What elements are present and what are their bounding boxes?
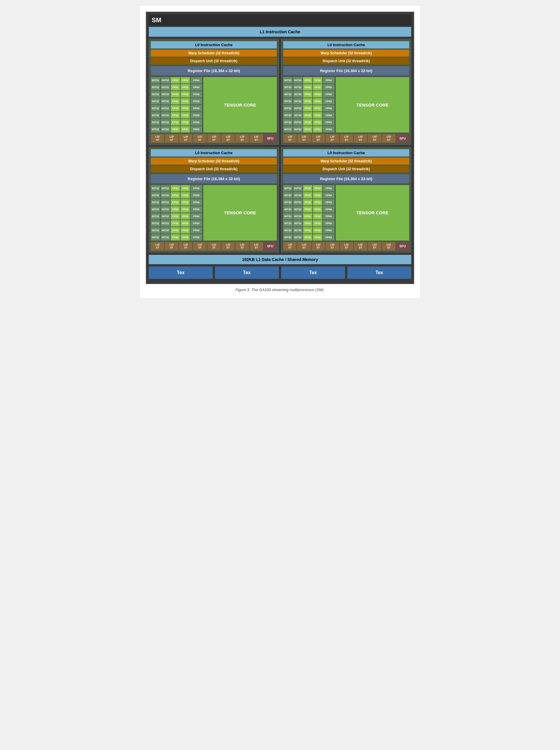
int32-cell: INT32 [293, 213, 303, 219]
quadrant-1: L0 Instruction Cache Warp Scheduler (32 … [149, 39, 279, 145]
fp32-cell: FP32 [303, 213, 312, 219]
ldst-cell: LD/ST [283, 134, 297, 143]
ldst-cell: LD/ST [207, 134, 221, 143]
q4-sfu: SFU [396, 242, 409, 251]
fp32-cell: FP32 [181, 77, 190, 83]
int32-cell: INT32 [293, 234, 303, 240]
l1-data-cache: 192KB L1 Data Cache / Shared Memory [149, 255, 411, 264]
q2-ldst-sfu-row: LD/ST LD/ST LD/ST LD/ST LD/ST LD/ST LD/S… [283, 134, 409, 143]
int32-cell: INT32 [293, 84, 303, 91]
quadrant-3: L0 Instruction Cache Warp Scheduler (32 … [149, 147, 279, 253]
q1-row-1: INT32 INT32 FP32 FP32 FP64 [151, 77, 202, 83]
q3-warp-scheduler: Warp Scheduler (32 thread/clk) [151, 158, 277, 165]
ldst-cell: LD/ST [297, 134, 311, 143]
q2-tensor-core: TENSOR CORE [336, 77, 409, 133]
fp64-cell: FP64 [323, 234, 334, 240]
ldst-cell: LD/ST [368, 242, 381, 251]
tex-row: Tex Tex Tex Tex [149, 267, 411, 279]
q1-row-8: INT32 INT32 FP32 FP32 FP64 [151, 126, 202, 133]
int32-cell: INT32 [151, 227, 160, 234]
quadrant-4: L0 Instruction Cache Warp Scheduler (32 … [281, 147, 411, 253]
fp32-cell: FP32 [171, 227, 180, 234]
int32-cell: INT32 [151, 98, 160, 104]
fp64-cell: FP64 [323, 227, 334, 234]
int32-cell: INT32 [151, 213, 160, 219]
fp64-cell: FP64 [323, 199, 334, 205]
int32-cell: INT32 [161, 185, 170, 192]
q1-row-5: INT32 INT32 FP32 FP32 FP64 [151, 105, 202, 112]
fp64-cell: FP64 [190, 206, 202, 213]
ldst-cell: LD/ST [354, 242, 367, 251]
q1-register-file: Register File (16,384 x 32-bit) [151, 66, 277, 75]
q4-tensor-core: TENSOR CORE [336, 185, 409, 240]
q4-l0-cache: L0 Instruction Cache [283, 149, 409, 157]
fp32-cell: FP32 [181, 91, 190, 98]
int32-cell: INT32 [161, 199, 170, 205]
fp64-cell: FP64 [323, 213, 334, 219]
int32-cell: INT32 [293, 227, 303, 234]
fp64-cell: FP64 [323, 206, 334, 213]
fp32-cell: FP32 [303, 206, 312, 213]
fp32-cell: FP32 [303, 227, 312, 234]
fp64-cell: FP64 [323, 91, 334, 98]
fp32-cell: FP32 [171, 105, 180, 112]
fp64-cell: FP64 [190, 185, 202, 192]
fp32-cell: FP32 [171, 119, 180, 125]
fp32-cell: FP32 [171, 84, 180, 91]
q3-tensor-core: TENSOR CORE [203, 185, 277, 240]
int32-cell: INT32 [293, 119, 303, 125]
fp64-cell: FP64 [323, 192, 334, 199]
fp64-cell: FP64 [190, 98, 202, 104]
fp32-cell: FP32 [171, 192, 180, 199]
fp32-cell: FP32 [313, 220, 322, 226]
sm-header-bar: SM [149, 15, 411, 26]
q1-row-3: INT32 INT32 FP32 FP32 FP64 [151, 91, 202, 98]
int32-cell: INT32 [293, 199, 303, 205]
q2-register-file: Register File (16,384 x 32-bit) [283, 66, 409, 75]
fp32-cell: FP32 [313, 234, 322, 240]
q4-register-file: Register File (16,384 x 32-bit) [283, 174, 409, 183]
fp64-cell: FP64 [323, 77, 334, 83]
int32-cell: INT32 [283, 234, 293, 240]
fp32-cell: FP32 [171, 206, 180, 213]
int32-cell: INT32 [151, 91, 160, 98]
int32-cell: INT32 [161, 77, 170, 83]
int32-cell: INT32 [283, 227, 293, 234]
ldst-cell: LD/ST [368, 134, 381, 143]
ldst-cell: LD/ST [221, 134, 235, 143]
int32-cell: INT32 [293, 126, 303, 133]
fp32-cell: FP32 [181, 84, 190, 91]
q4-compute-area: INT32 INT32 FP32 FP32 FP64 INT32 INT32 F… [283, 185, 409, 240]
fp64-cell: FP64 [190, 126, 202, 133]
int32-cell: INT32 [293, 112, 303, 119]
ldst-cell: LD/ST [193, 134, 207, 143]
int32-cell: INT32 [293, 192, 303, 199]
q2-int-fp-section: INT32 INT32 FP32 FP32 FP64 INT32 INT32 F… [283, 77, 334, 133]
fp32-cell: FP32 [171, 77, 180, 83]
fp32-cell: FP32 [181, 213, 190, 219]
q3-register-file: Register File (16,384 x 32-bit) [151, 174, 277, 183]
fp64-cell: FP64 [190, 105, 202, 112]
fp32-cell: FP32 [181, 112, 190, 119]
int32-cell: INT32 [283, 105, 293, 112]
q3-compute-area: INT32 INT32 FP32 FP32 FP64 INT32 INT32 F… [151, 185, 277, 240]
fp64-cell: FP64 [190, 234, 202, 240]
int32-cell: INT32 [283, 112, 293, 119]
fp32-cell: FP32 [171, 112, 180, 119]
ldst-cell: LD/ST [179, 134, 192, 143]
fp32-cell: FP32 [171, 91, 180, 98]
fp32-cell: FP32 [303, 91, 312, 98]
q1-row-6: INT32 INT32 FP32 FP32 FP64 [151, 112, 202, 119]
fp64-cell: FP64 [190, 119, 202, 125]
fp32-cell: FP32 [313, 185, 322, 192]
top-quadrants-row: L0 Instruction Cache Warp Scheduler (32 … [149, 39, 411, 145]
fp32-cell: FP32 [313, 105, 322, 112]
fp32-cell: FP32 [171, 185, 180, 192]
ldst-cell: LD/ST [340, 134, 353, 143]
fp32-cell: FP32 [303, 199, 312, 205]
int32-cell: INT32 [151, 84, 160, 91]
fp64-cell: FP64 [190, 77, 202, 83]
fp32-cell: FP32 [303, 98, 312, 104]
int32-cell: INT32 [283, 84, 293, 91]
fp64-cell: FP64 [190, 112, 202, 119]
